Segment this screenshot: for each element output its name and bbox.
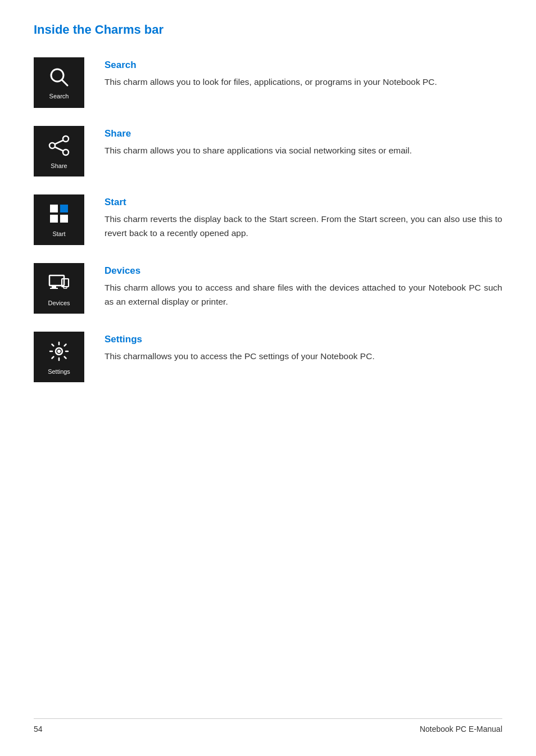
share-icon [47, 134, 71, 160]
footer: 54 Notebook PC E-Manual [34, 718, 502, 734]
charm-section-start: StartStartThis charm reverts the display… [34, 194, 502, 245]
charm-icon-start: Start [34, 194, 84, 245]
charm-section-settings: SettingsSettingsThis charmallows you to … [34, 332, 502, 382]
charm-icon-label-settings: Settings [48, 368, 70, 375]
svg-point-4 [63, 150, 69, 155]
svg-line-1 [62, 80, 67, 85]
svg-rect-12 [52, 286, 56, 288]
charm-heading-search: Search [105, 60, 502, 71]
charm-heading-devices: Devices [105, 265, 502, 277]
charm-description-search: This charm allows you to look for files,… [105, 75, 502, 89]
charm-icon-share: Share [34, 126, 84, 176]
svg-rect-10 [60, 215, 68, 223]
charm-content-start: StartThis charm reverts the display back… [105, 194, 502, 241]
footer-page-number: 54 [34, 725, 43, 734]
charm-heading-share: Share [105, 128, 502, 139]
charm-section-search: SearchSearchThis charm allows you to loo… [34, 57, 502, 108]
charm-icon-settings: Settings [34, 332, 84, 382]
svg-line-6 [55, 147, 63, 151]
charm-icon-label-search: Search [49, 93, 69, 99]
charm-content-settings: SettingsThis charmallows you to access t… [105, 332, 502, 364]
charm-icon-label-start: Start [52, 230, 65, 237]
svg-line-5 [55, 140, 63, 144]
search-icon [48, 66, 70, 90]
settings-icon [47, 339, 71, 366]
charm-description-devices: This charm allows you to access and shar… [105, 281, 502, 309]
svg-rect-8 [60, 205, 68, 212]
charm-icon-search: Search [34, 57, 84, 108]
charms-container: SearchSearchThis charm allows you to loo… [34, 57, 502, 382]
charm-description-share: This charm allows you to share applicati… [105, 144, 502, 158]
charm-description-settings: This charmallows you to access the PC se… [105, 350, 502, 364]
charm-section-devices: DevicesDevicesThis charm allows you to a… [34, 263, 502, 314]
charm-content-share: ShareThis charm allows you to share appl… [105, 126, 502, 158]
charm-section-share: ShareShareThis charm allows you to share… [34, 126, 502, 176]
svg-rect-15 [63, 287, 67, 288]
charm-icon-devices: Devices [34, 263, 84, 314]
charm-heading-settings: Settings [105, 334, 502, 345]
charm-content-search: SearchThis charm allows you to look for … [105, 57, 502, 89]
svg-rect-7 [50, 205, 58, 212]
charm-icon-label-devices: Devices [48, 300, 70, 306]
page-title: Inside the Charms bar [34, 22, 502, 37]
charm-content-devices: DevicesThis charm allows you to access a… [105, 263, 502, 309]
devices-icon [47, 271, 71, 297]
svg-point-17 [57, 350, 61, 353]
charm-heading-start: Start [105, 197, 502, 208]
svg-rect-9 [50, 215, 58, 223]
charm-icon-label-share: Share [51, 162, 67, 169]
svg-point-2 [63, 136, 69, 142]
svg-point-3 [49, 143, 55, 148]
charm-description-start: This charm reverts the display back to t… [105, 212, 502, 241]
footer-document-title: Notebook PC E-Manual [420, 725, 502, 734]
start-icon [48, 202, 70, 228]
svg-rect-13 [50, 288, 58, 289]
